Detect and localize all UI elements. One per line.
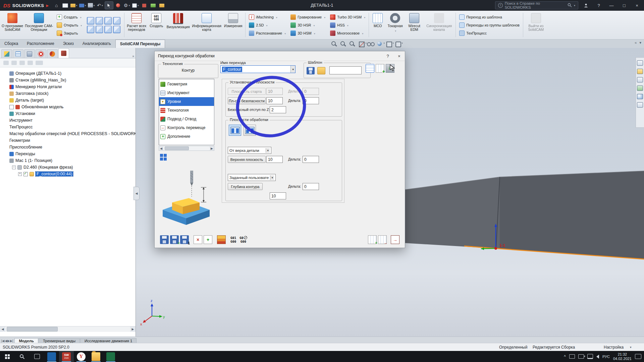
open-template-button[interactable] bbox=[317, 67, 325, 74]
zoom-area-icon[interactable] bbox=[339, 41, 347, 47]
taskbar-app-explorer[interactable] bbox=[89, 351, 103, 362]
open-cam-button[interactable]: Открыть bbox=[57, 22, 82, 28]
tree-item[interactable]: Деталь (target) bbox=[0, 97, 136, 104]
tray-expand-icon[interactable]: ^ bbox=[564, 354, 566, 359]
gcode-g01-icon[interactable]: G01G00 bbox=[230, 236, 236, 243]
tree-options-icon[interactable] bbox=[19, 61, 25, 65]
plane-mode-2-toggle[interactable] bbox=[244, 125, 256, 136]
view-cube-icon[interactable] bbox=[96, 26, 103, 33]
property-manager-tab[interactable] bbox=[13, 49, 23, 58]
safety-delta-field[interactable]: 0 bbox=[303, 97, 319, 104]
panel-collapse-handle[interactable]: ◀ bbox=[133, 187, 140, 200]
taskbar-app-yandex[interactable]: Y bbox=[74, 351, 89, 362]
hss-button[interactable]: HSS bbox=[330, 22, 365, 28]
collapse-icon[interactable] bbox=[12, 166, 16, 169]
safety-plane-field[interactable]: 10 bbox=[266, 97, 283, 104]
save-and-calculate-button[interactable]: ≡ bbox=[170, 235, 179, 244]
view-cube-icon[interactable] bbox=[113, 17, 120, 24]
appearances-scenes-icon[interactable] bbox=[637, 94, 643, 99]
upper-plane-field[interactable]: 10 bbox=[266, 156, 283, 163]
techprocess-button[interactable]: ТехПроцесс bbox=[459, 30, 520, 37]
tree-item[interactable]: Станок (gMilling_Haas_3x) bbox=[0, 77, 136, 83]
save-calculate-exit-button[interactable]: 1 bbox=[180, 235, 189, 244]
export-template-button[interactable]: → bbox=[378, 235, 387, 244]
maximize-button[interactable]: □ bbox=[619, 1, 629, 9]
imachining-button[interactable]: iiMachining bbox=[249, 14, 286, 20]
mco-button[interactable]: MCO bbox=[370, 11, 385, 39]
custom-properties-icon[interactable] bbox=[637, 102, 643, 108]
save-button[interactable] bbox=[78, 2, 87, 9]
tree-item[interactable]: Геометрии bbox=[0, 137, 136, 144]
collapse-ribbon-icon[interactable]: « bbox=[633, 41, 638, 45]
scene-icon[interactable] bbox=[385, 41, 393, 47]
rollback-icon[interactable] bbox=[28, 61, 33, 65]
section-view-icon[interactable] bbox=[358, 41, 366, 47]
zoom-previous-icon[interactable] bbox=[348, 41, 357, 47]
network-icon[interactable] bbox=[587, 354, 593, 359]
tab-model[interactable]: Модель bbox=[14, 338, 38, 343]
gcode-g0-icon[interactable]: G0G00 bbox=[239, 236, 247, 243]
plane-mode-1-toggle[interactable] bbox=[229, 125, 241, 136]
open-cam-folder-button[interactable] bbox=[149, 2, 157, 9]
rebuild-button[interactable] bbox=[114, 2, 122, 9]
taskbar-app-excel[interactable] bbox=[103, 351, 118, 362]
caret-down-icon[interactable]: ▾ bbox=[630, 346, 632, 349]
scroll-thumb[interactable] bbox=[7, 327, 58, 331]
operation-checkbox[interactable] bbox=[23, 172, 28, 176]
view-cube-icon[interactable] bbox=[87, 26, 94, 33]
tree-item-selected[interactable]: F_contour(0:00:44) bbox=[0, 171, 136, 177]
view-cube-icon[interactable] bbox=[87, 17, 94, 24]
user-account-button[interactable] bbox=[581, 1, 591, 9]
tree-item[interactable]: Мас 1 (1- Позиция) bbox=[0, 157, 136, 164]
solidcam-about-button[interactable]: О программе SolidCAM bbox=[1, 11, 23, 39]
safe-z-field[interactable]: 2 bbox=[270, 106, 286, 113]
wirecut-button[interactable]: Wirecut EDM bbox=[405, 11, 424, 39]
battery-icon[interactable] bbox=[578, 354, 584, 359]
cam-tree-tab[interactable] bbox=[58, 48, 69, 58]
upper-plane-mode-dropdown[interactable]: От верха детали bbox=[228, 147, 271, 154]
tree-item[interactable]: Инструмент bbox=[0, 117, 136, 124]
tree-item[interactable]: Переходы bbox=[0, 150, 136, 157]
2-5d-button[interactable]: 2.5D bbox=[249, 22, 286, 28]
page-misc[interactable]: Дополнение bbox=[159, 132, 214, 141]
clock[interactable]: 21:32 04.02.2021 bbox=[613, 352, 632, 361]
contour-depth-button[interactable]: Глубина контура bbox=[228, 183, 263, 190]
tab-evaluate[interactable]: Анализировать bbox=[78, 40, 115, 48]
upper-plane-button[interactable]: Верхняя плоскость bbox=[228, 156, 266, 163]
expand-icon[interactable] bbox=[18, 172, 22, 176]
3d-hsm-button[interactable]: 3D HSM bbox=[290, 30, 325, 37]
page-motion-control[interactable]: Контроль перемеще bbox=[159, 123, 214, 132]
operation-info-button[interactable] bbox=[366, 64, 374, 73]
visualization-button[interactable]: Визуализация bbox=[165, 11, 191, 39]
tool-download-button[interactable]: ↓ bbox=[386, 64, 394, 73]
pin-ribbon-icon[interactable]: ▾ bbox=[638, 41, 643, 45]
scroll-right-icon[interactable]: ▶ bbox=[210, 146, 214, 150]
filter-icon[interactable] bbox=[3, 61, 9, 65]
depth-mode-dropdown[interactable]: Заданный пользовате bbox=[228, 174, 276, 181]
depth-delta-field[interactable]: 0 bbox=[303, 183, 319, 190]
view-orientation-icon[interactable] bbox=[394, 41, 402, 47]
print-button[interactable] bbox=[87, 2, 95, 9]
task-view-button[interactable] bbox=[30, 351, 44, 362]
tab-motion-study[interactable]: Исследование движения 1 bbox=[80, 338, 137, 343]
calculate-all-button[interactable]: Расчет всех переходов bbox=[125, 11, 148, 39]
operation-name-combobox[interactable]: F_contour bbox=[220, 65, 296, 73]
notification-center-icon[interactable] bbox=[635, 354, 641, 359]
nav-horizontal-scrollbar[interactable]: ◀ ▶ bbox=[159, 146, 214, 151]
appearance-icon[interactable] bbox=[376, 41, 384, 47]
gcode-create-button[interactable]: G01G00 Создать bbox=[148, 11, 165, 39]
dialog-help-button[interactable]: ? bbox=[382, 52, 393, 61]
tray-app-icon[interactable] bbox=[569, 354, 575, 359]
tree-item[interactable]: D2.460 (Концевая фреза) bbox=[0, 164, 136, 171]
engraving-button[interactable]: Гравирование bbox=[290, 14, 325, 20]
solidcam-manager-tab[interactable] bbox=[47, 49, 58, 58]
view-cube-icon[interactable] bbox=[96, 17, 103, 24]
tree-item[interactable]: Приспособление bbox=[0, 144, 136, 150]
tree-item[interactable]: Менеджер Ноля детали bbox=[0, 83, 136, 90]
help-button[interactable]: ? bbox=[594, 1, 604, 9]
feature-tree-tab[interactable] bbox=[1, 49, 12, 58]
page-tool[interactable]: Инструмент bbox=[159, 88, 214, 97]
safety-plane-button[interactable]: Пл-сть безопасности bbox=[228, 97, 266, 104]
file-explorer-icon[interactable] bbox=[637, 77, 643, 82]
3d-hsr-button[interactable]: 3D HSR bbox=[290, 22, 325, 28]
